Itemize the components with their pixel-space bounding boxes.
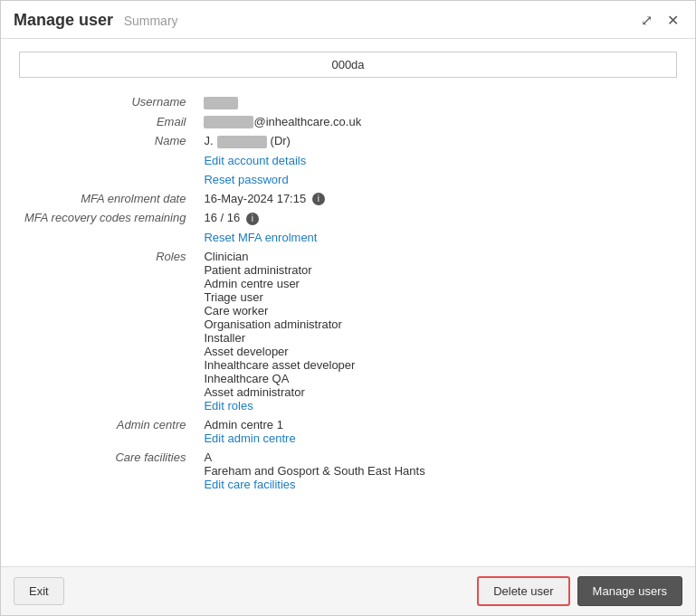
username-value bbox=[198, 92, 677, 112]
footer-right: Delete user Manage users bbox=[477, 576, 682, 606]
manage-users-button[interactable]: Manage users bbox=[577, 576, 682, 606]
mfa-date-info-icon[interactable]: i bbox=[312, 193, 325, 205]
role-care-worker: Care worker bbox=[204, 304, 672, 317]
close-icon[interactable]: ✕ bbox=[663, 10, 682, 31]
modal-footer: Exit Delete user Manage users bbox=[1, 566, 695, 615]
email-suffix: @inhealthcare.co.uk bbox=[253, 115, 361, 128]
name-value: J.(Dr) bbox=[198, 131, 677, 151]
role-asset-dev: Asset developer bbox=[204, 345, 672, 358]
modal-title-area: Manage user Summary bbox=[14, 11, 178, 30]
role-asset-admin: Asset administrator bbox=[204, 385, 672, 399]
modal-title: Manage user bbox=[14, 11, 113, 29]
name-prefix: J. bbox=[204, 134, 213, 147]
admin-centre-label: Admin centre bbox=[19, 415, 198, 448]
name-redacted bbox=[217, 136, 267, 148]
manage-user-modal: Manage user Summary ⤢ ✕ 000da Username bbox=[0, 0, 696, 616]
modal-header-icons: ⤢ ✕ bbox=[637, 10, 682, 31]
role-org-admin: Organisation administrator bbox=[204, 317, 672, 331]
edit-care-facilities-link[interactable]: Edit care facilities bbox=[204, 478, 295, 491]
roles-row: Roles Clinician Patient administrator Ad… bbox=[19, 247, 677, 415]
email-redacted bbox=[204, 116, 253, 128]
footer-left: Exit bbox=[14, 577, 64, 605]
care-facilities-label: Care facilities bbox=[19, 448, 198, 494]
reset-password-row: Reset password bbox=[19, 170, 677, 189]
exit-button[interactable]: Exit bbox=[14, 577, 64, 605]
mfa-date-row: MFA enrolment date 16-May-2024 17:15 i bbox=[19, 189, 677, 209]
modal-body: 000da Username Email @inhealthcare.co.uk bbox=[1, 39, 695, 566]
mfa-date-value: 16-May-2024 17:15 i bbox=[198, 189, 677, 209]
username-redacted bbox=[204, 97, 238, 109]
admin-centre-value: Admin centre 1 Edit admin centre bbox=[198, 415, 677, 448]
role-inh-asset-dev: Inhealthcare asset developer bbox=[204, 358, 672, 372]
care-facilities-value: A Fareham and Gosport & South East Hants… bbox=[198, 448, 677, 494]
modal-header: Manage user Summary ⤢ ✕ bbox=[1, 1, 695, 39]
delete-user-button[interactable]: Delete user bbox=[477, 576, 569, 606]
expand-icon[interactable]: ⤢ bbox=[637, 10, 656, 31]
email-row: Email @inhealthcare.co.uk bbox=[19, 112, 677, 132]
care-facility-fareham: Fareham and Gosport & South East Hants bbox=[204, 464, 672, 478]
name-row: Name J.(Dr) bbox=[19, 131, 677, 151]
edit-admin-centre-link[interactable]: Edit admin centre bbox=[204, 431, 295, 445]
reset-password-link[interactable]: Reset password bbox=[204, 173, 288, 186]
reset-mfa-row: Reset MFA enrolment bbox=[19, 228, 677, 247]
modal-subtitle: Summary bbox=[124, 14, 178, 28]
edit-account-row: Edit account details bbox=[19, 151, 677, 170]
roles-label: Roles bbox=[19, 247, 198, 415]
username-row: Username bbox=[19, 92, 677, 112]
user-info-table: Username Email @inhealthcare.co.uk Name bbox=[19, 92, 677, 494]
admin-centre-row: Admin centre Admin centre 1 Edit admin c… bbox=[19, 415, 677, 448]
name-suffix: (Dr) bbox=[271, 134, 291, 147]
roles-value: Clinician Patient administrator Admin ce… bbox=[198, 247, 677, 415]
role-patient-admin: Patient administrator bbox=[204, 263, 672, 277]
email-value: @inhealthcare.co.uk bbox=[198, 112, 677, 132]
email-label: Email bbox=[19, 112, 198, 132]
care-facility-a: A bbox=[204, 450, 672, 464]
edit-roles-link[interactable]: Edit roles bbox=[204, 399, 253, 412]
user-id-bar: 000da bbox=[19, 52, 677, 78]
mfa-recovery-label: MFA recovery codes remaining bbox=[19, 208, 198, 228]
role-inh-qa: Inhealthcare QA bbox=[204, 372, 672, 385]
role-triage-user: Triage user bbox=[204, 290, 672, 304]
role-installer: Installer bbox=[204, 331, 672, 345]
username-label: Username bbox=[19, 92, 198, 112]
reset-mfa-link[interactable]: Reset MFA enrolment bbox=[204, 231, 317, 244]
mfa-recovery-info-icon[interactable]: i bbox=[246, 213, 259, 225]
care-facilities-row: Care facilities A Fareham and Gosport & … bbox=[19, 448, 677, 494]
admin-centre-name: Admin centre 1 bbox=[204, 418, 672, 431]
name-label: Name bbox=[19, 131, 198, 151]
role-admin-centre-user: Admin centre user bbox=[204, 277, 672, 290]
edit-account-link[interactable]: Edit account details bbox=[204, 154, 306, 167]
mfa-recovery-row: MFA recovery codes remaining 16 / 16 i bbox=[19, 208, 677, 228]
mfa-recovery-value: 16 / 16 i bbox=[198, 208, 677, 228]
role-clinician: Clinician bbox=[204, 250, 672, 263]
mfa-date-label: MFA enrolment date bbox=[19, 189, 198, 209]
